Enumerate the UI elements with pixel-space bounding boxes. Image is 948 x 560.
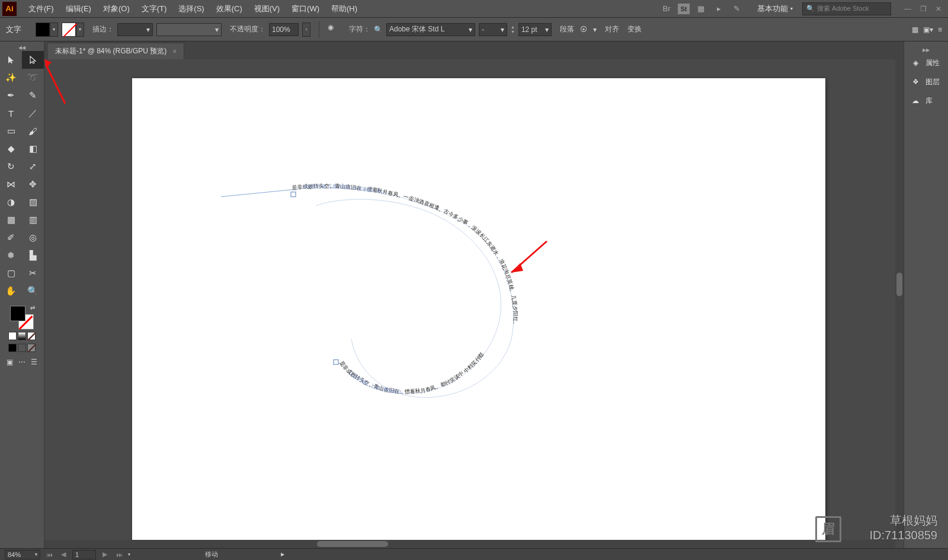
panel-properties[interactable]: ◈属性 (904, 53, 948, 72)
transform-panel-icon[interactable]: ▣▾ (923, 25, 933, 34)
menu-type[interactable]: 文字(T) (136, 0, 173, 18)
tools-collapse-icon[interactable]: ◀◀ (0, 45, 44, 51)
artboard-number-input[interactable]: 1 (72, 550, 96, 559)
libraries-icon: ☁ (910, 97, 921, 105)
stroke-color[interactable]: ▾ (62, 23, 84, 37)
font-family-input[interactable]: Adobe 宋体 Std L▾ (386, 23, 475, 36)
hand-tool[interactable]: ✋ (0, 282, 22, 300)
fill-swatch[interactable] (10, 306, 25, 321)
next-artboard-icon[interactable]: ▶ (100, 551, 110, 558)
paragraph-icon[interactable]: ⦿ (580, 25, 587, 34)
align-group-icon[interactable]: ▦ (912, 25, 918, 34)
bridge-icon[interactable]: Br (660, 2, 673, 15)
menu-select[interactable]: 选择(S) (172, 0, 210, 18)
gradient-tool[interactable]: ▥ (22, 211, 44, 229)
lasso-tool[interactable]: ➰ (22, 69, 44, 87)
font-size-input[interactable]: 12 pt▾ (518, 23, 552, 36)
stroke-weight-input[interactable]: ▾ (117, 23, 153, 36)
draw-behind-icon[interactable] (18, 344, 26, 352)
direct-selection-tool[interactable] (22, 51, 44, 69)
rectangle-tool[interactable]: ▭ (0, 122, 22, 140)
menu-help[interactable]: 帮助(H) (325, 0, 363, 18)
artboard-number: 1 (75, 551, 79, 558)
stroke-profile[interactable]: ▾ (156, 23, 222, 36)
status-menu-icon[interactable]: ▶ (281, 552, 284, 557)
arrange-docs-icon[interactable]: ▦ (694, 2, 707, 15)
free-transform-tool[interactable]: ✥ (22, 175, 44, 193)
close-icon[interactable]: × (172, 47, 177, 56)
mini-swatch-none[interactable] (27, 332, 36, 340)
fill-color[interactable]: ▾ (36, 23, 58, 37)
line-tool[interactable]: ／ (22, 104, 44, 122)
pen-tool[interactable]: ✒ (0, 87, 22, 104)
prev-artboard-icon[interactable]: ◀ (58, 551, 69, 558)
menu-file[interactable]: 文件(F) (23, 0, 60, 18)
edit-toolbar-icon[interactable]: ⋯ (18, 358, 25, 366)
draw-normal-icon[interactable] (8, 344, 17, 352)
menu-window[interactable]: 窗口(W) (286, 0, 325, 18)
draw-inside-icon[interactable] (27, 344, 36, 352)
canvas[interactable]: 是非成败转头空。青山依旧在，惯看秋月春风。一壶浊酒喜相逢。古今多少事，滚滚长江东… (44, 59, 904, 548)
blend-tool[interactable]: ◎ (22, 229, 44, 247)
stock-icon[interactable]: St (678, 4, 690, 14)
type-tool[interactable]: T (0, 104, 22, 122)
width-tool[interactable]: ⋈ (0, 175, 22, 193)
mini-swatch-color[interactable] (8, 332, 17, 340)
gpu-icon[interactable]: ▸ (712, 2, 725, 15)
list-icon[interactable]: ≡ (938, 25, 942, 34)
last-artboard-icon[interactable]: ⏭ (114, 551, 124, 558)
paintbrush-tool[interactable]: 🖌 (22, 122, 44, 140)
shaper-tool[interactable]: ◆ (0, 140, 22, 158)
zoom-tool[interactable]: 🔍 (22, 282, 44, 300)
feather-icon[interactable]: ✎ (730, 2, 743, 15)
adobe-stock-search[interactable]: 🔍 搜索 Adobe Stock (802, 2, 891, 15)
artboard-tool[interactable]: ▢ (0, 264, 22, 282)
panels-expand-icon[interactable]: ▶▶ (904, 47, 948, 53)
menu-effect[interactable]: 效果(C) (210, 0, 248, 18)
graph-tool[interactable]: ▙ (22, 247, 44, 264)
document-tab[interactable]: 未标题-1* @ 84% (RGB/GPU 预览) × (48, 43, 184, 59)
maximize-button[interactable]: ❐ (916, 4, 930, 14)
panel-libraries[interactable]: ☁库 (904, 91, 948, 110)
mini-swatch-gradient[interactable] (18, 332, 26, 340)
opacity-input[interactable]: 100% (269, 23, 299, 36)
panel-layers[interactable]: ❖图层 (904, 72, 948, 91)
workspace-switcher[interactable]: 基本功能 ▾ (752, 2, 798, 15)
control-bar: 文字 ▾ ▾ 描边： ▾ ▾ 不透明度： 100% › ◉ 字符： 🔍 Adob… (0, 18, 948, 41)
close-button[interactable]: ✕ (931, 4, 946, 14)
artboard-nav-dropdown[interactable]: ▾ (128, 552, 130, 557)
recolor-icon[interactable]: ◉ (328, 23, 341, 36)
slice-tool[interactable]: ✂ (22, 264, 44, 282)
scale-tool[interactable]: ⤢ (22, 158, 44, 175)
minimize-button[interactable]: — (901, 4, 915, 14)
shape-builder-tool[interactable]: ◑ (0, 193, 22, 211)
mesh-tool[interactable]: ▦ (0, 211, 22, 229)
eraser-tool[interactable]: ◧ (22, 140, 44, 158)
symbol-sprayer-tool[interactable]: ❅ (0, 247, 22, 264)
more-tools-icon[interactable]: ☰ (31, 358, 37, 366)
magic-wand-tool[interactable]: ✨ (0, 69, 22, 87)
perspective-tool[interactable]: ▨ (22, 193, 44, 211)
fill-stroke-swatch[interactable]: ⇄ (10, 306, 34, 329)
watermark-id: ID:71130859 (869, 529, 937, 542)
rotate-tool[interactable]: ↻ (0, 158, 22, 175)
scrollbar-thumb[interactable] (317, 541, 388, 547)
zoom-input[interactable]: 84%▾ (5, 550, 40, 559)
menu-edit[interactable]: 编辑(E) (60, 0, 97, 18)
selection-tool[interactable] (0, 51, 22, 69)
transform-label[interactable]: 变换 (627, 24, 642, 34)
curvature-tool[interactable]: ✎ (22, 87, 44, 104)
font-style-input[interactable]: -▾ (479, 23, 507, 36)
path-text-inner[interactable]: 是非成败转头空。青山依旧在，惯看秋月春风。都付笑谈中 中料笑付都 (338, 351, 485, 395)
scrollbar-thumb[interactable] (896, 273, 902, 296)
first-artboard-icon[interactable]: ⏮ (44, 551, 55, 558)
screen-mode-icon[interactable]: ▣ (7, 358, 13, 366)
menu-view[interactable]: 视图(V) (248, 0, 286, 18)
opacity-chevron[interactable]: › (302, 23, 310, 37)
eyedropper-tool[interactable]: ✐ (0, 229, 22, 247)
horizontal-scrollbar[interactable] (44, 540, 895, 548)
menu-object[interactable]: 对象(O) (97, 0, 136, 18)
align-label[interactable]: 对齐 (605, 24, 619, 34)
swap-colors-icon[interactable]: ⇄ (30, 305, 35, 311)
vertical-scrollbar[interactable] (895, 59, 904, 540)
